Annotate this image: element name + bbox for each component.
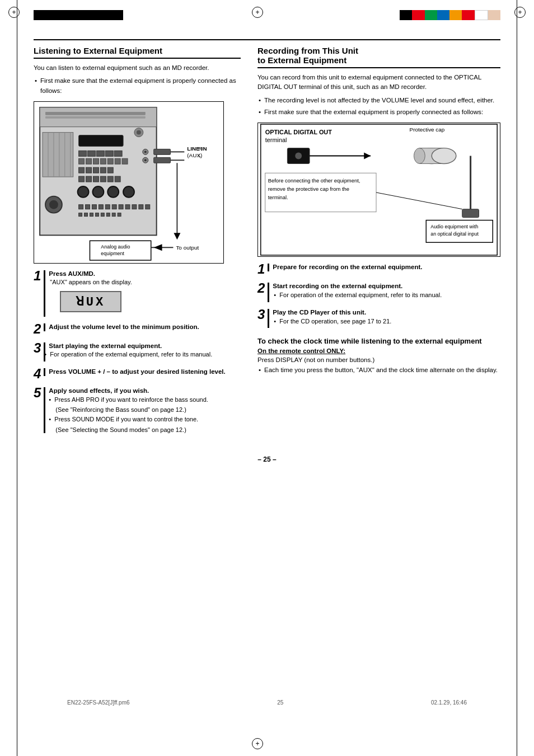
reg-mark-left	[8, 7, 20, 18]
svg-rect-19	[100, 158, 106, 164]
svg-rect-32	[107, 176, 113, 182]
svg-rect-42	[105, 204, 110, 209]
svg-text:LINE IN: LINE IN	[187, 145, 207, 152]
step-5-bullet-2: Press SOUND MODE if you want to control …	[54, 415, 208, 424]
step-4-main: Press VOLUME + / – to adjust your desire…	[49, 368, 225, 375]
svg-text:L: L	[198, 153, 201, 158]
svg-marker-77	[154, 244, 162, 251]
svg-rect-52	[95, 213, 99, 216]
right-step-2-content: Start recording on the external equipmen…	[268, 281, 500, 302]
svg-rect-16	[79, 158, 85, 164]
svg-rect-56	[118, 213, 121, 216]
svg-point-62	[144, 151, 147, 153]
svg-rect-39	[86, 204, 90, 209]
svg-rect-40	[92, 204, 96, 209]
svg-rect-18	[93, 158, 99, 164]
svg-text:terminal: terminal	[265, 137, 287, 143]
svg-rect-49	[79, 213, 82, 216]
color-white	[475, 10, 488, 20]
right-bullet-1: The recording level is not affected by t…	[264, 96, 500, 105]
svg-rect-22	[122, 158, 128, 164]
step-5-see-2: (See "Selecting the Sound modes" on page…	[55, 426, 208, 433]
step-4-content: Press VOLUME + / – to adjust your desire…	[44, 367, 241, 376]
svg-rect-23	[79, 167, 85, 173]
svg-rect-31	[100, 176, 106, 182]
right-section-title: Recording from This Unit to External Equ…	[257, 46, 500, 68]
right-step-3-num: 3	[257, 308, 265, 321]
svg-point-64	[144, 159, 147, 161]
svg-rect-54	[106, 213, 110, 216]
step-2-content: Adjust the volume level to the minimum p…	[44, 322, 241, 331]
color-red	[412, 10, 424, 20]
svg-rect-20	[107, 158, 113, 164]
svg-rect-65	[154, 149, 171, 154]
right-step-2-main: Start recording on the external equipmen…	[273, 283, 442, 289]
step-4-bar-container: Press VOLUME + / – to adjust your desire…	[44, 368, 241, 376]
svg-rect-30	[93, 176, 99, 182]
svg-point-91	[432, 148, 456, 164]
svg-rect-13	[96, 151, 104, 156]
reg-mark-right	[514, 7, 526, 18]
right-step-3-main: Play the CD Player of this unit.	[273, 309, 391, 316]
svg-text:Analog audio: Analog audio	[101, 244, 130, 250]
svg-point-92	[414, 148, 425, 164]
step-2-bar-container: Adjust the volume level to the minimum p…	[44, 323, 241, 331]
svg-text:an optical digital input: an optical digital input	[430, 231, 479, 237]
on-remote-label: On the remote control ONLY:	[257, 348, 500, 354]
svg-text:Audio equipment with: Audio equipment with	[430, 224, 478, 229]
right-step-2-bar-container: Start recording on the external equipmen…	[268, 283, 500, 302]
svg-text:terminal.: terminal.	[268, 194, 288, 200]
footer-middle: 25	[277, 699, 283, 706]
svg-rect-10	[79, 135, 123, 146]
step-3-bar-container: Start playing the external equipment. Fo…	[44, 342, 241, 361]
svg-rect-48	[146, 204, 150, 209]
optical-diagram: OPTICAL DIGITAL OUT terminal Protective …	[257, 123, 500, 257]
svg-rect-25	[93, 167, 99, 173]
step-3-content: Start playing the external equipment. Fo…	[44, 341, 241, 361]
svg-text:To output: To output	[176, 245, 199, 251]
right-bullet-2: First make sure that the external equipm…	[264, 107, 500, 117]
right-intro: You can record from this unit to externa…	[257, 73, 500, 92]
svg-rect-55	[112, 213, 115, 216]
right-column: Recording from This Unit to External Equ…	[257, 46, 500, 439]
svg-rect-94	[462, 209, 479, 218]
step-5-see-1: (See "Reinforcing the Bass sound" on pag…	[55, 406, 208, 413]
main-content: Listening to External Equipment You can …	[34, 39, 500, 722]
clock-section-title: To check the clock time while listening …	[257, 337, 500, 345]
svg-rect-26	[100, 167, 106, 173]
connection-diagram: LINE IN (AUX) Analog audio equipment	[34, 101, 224, 264]
left-border	[17, 0, 17, 756]
color-red2	[462, 10, 474, 20]
top-black-bar	[34, 10, 123, 20]
svg-point-35	[92, 186, 104, 198]
step-5-bar-container: Apply sound effects, if you wish. Press …	[44, 387, 241, 433]
clock-bullet: Each time you press the button, "AUX" an…	[264, 365, 500, 375]
svg-point-36	[107, 186, 119, 198]
color-green	[425, 10, 437, 20]
svg-rect-50	[85, 213, 88, 216]
top-rule	[34, 39, 500, 40]
svg-rect-51	[90, 213, 93, 216]
right-step-2: 2 Start recording on the external equipm…	[257, 281, 500, 302]
step-1: 1 Press AUX/MD. "AUX" appears on the dis…	[34, 269, 241, 317]
svg-point-86	[295, 153, 302, 159]
svg-rect-28	[79, 176, 85, 182]
svg-rect-66	[154, 157, 171, 163]
press-display-text: Press DISPLAY (not on number buttons.)	[257, 356, 500, 363]
color-black	[400, 10, 412, 20]
left-column: Listening to External Equipment You can …	[34, 46, 241, 439]
svg-rect-45	[125, 204, 130, 209]
step-1-main: Press AUX/MD.	[49, 270, 132, 277]
svg-rect-41	[99, 204, 103, 209]
right-step-3-detail: For the CD operation, see page 17 to 21.	[279, 317, 391, 326]
color-bar	[400, 10, 500, 20]
color-blue	[437, 10, 449, 20]
step-1-detail: "AUX" appears on the display.	[50, 278, 132, 287]
reg-mark-top	[252, 7, 263, 18]
step-4-num: 4	[34, 367, 41, 381]
svg-text:R: R	[198, 146, 202, 152]
color-orange	[449, 10, 462, 20]
reg-mark-bottom	[252, 738, 263, 749]
two-column-layout: Listening to External Equipment You can …	[34, 46, 500, 439]
right-step-2-detail: For operation of the external equipment,…	[279, 290, 442, 300]
